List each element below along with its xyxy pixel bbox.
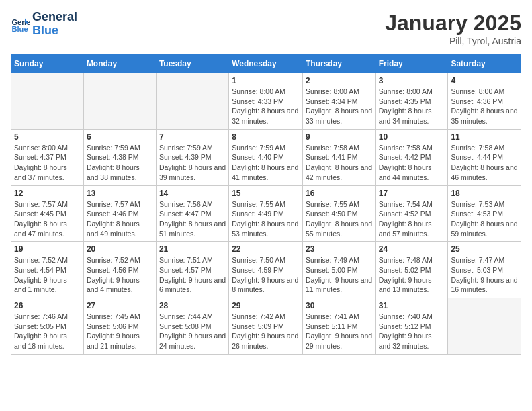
day-number: 16 [306, 189, 373, 198]
day-info: Sunrise: 7:48 AM Sunset: 5:02 PM Dayligh… [379, 255, 445, 295]
calendar-cell [448, 298, 521, 355]
calendar-cell: 11Sunrise: 7:58 AM Sunset: 4:44 PM Dayli… [448, 129, 521, 185]
page-header: General Blue GeneralBlue January 2025 Pi… [11, 11, 521, 46]
calendar-cell: 17Sunrise: 7:54 AM Sunset: 4:52 PM Dayli… [375, 185, 448, 242]
day-info: Sunrise: 7:59 AM Sunset: 4:40 PM Dayligh… [232, 143, 300, 183]
day-number: 15 [232, 189, 300, 198]
calendar-cell: 5Sunrise: 8:00 AM Sunset: 4:37 PM Daylig… [11, 129, 84, 185]
day-number: 14 [159, 189, 226, 198]
weekday-header-wednesday: Wednesday [229, 55, 303, 73]
day-info: Sunrise: 8:00 AM Sunset: 4:37 PM Dayligh… [14, 143, 81, 183]
calendar-body: 1Sunrise: 8:00 AM Sunset: 4:33 PM Daylig… [11, 73, 521, 355]
calendar-cell: 15Sunrise: 7:55 AM Sunset: 4:49 PM Dayli… [229, 185, 303, 242]
day-number: 11 [451, 132, 518, 142]
day-number: 2 [306, 76, 373, 85]
day-info: Sunrise: 7:59 AM Sunset: 4:38 PM Dayligh… [87, 143, 153, 183]
day-info: Sunrise: 7:42 AM Sunset: 5:09 PM Dayligh… [232, 312, 300, 351]
day-number: 5 [14, 132, 81, 142]
calendar-cell: 16Sunrise: 7:55 AM Sunset: 4:50 PM Dayli… [302, 185, 375, 242]
day-number: 7 [159, 132, 226, 142]
day-info: Sunrise: 8:00 AM Sunset: 4:35 PM Dayligh… [379, 87, 445, 126]
day-number: 25 [451, 244, 518, 254]
day-info: Sunrise: 7:56 AM Sunset: 4:47 PM Dayligh… [159, 199, 226, 239]
calendar-cell: 19Sunrise: 7:52 AM Sunset: 4:54 PM Dayli… [11, 242, 84, 298]
title-block: January 2025 Pill, Tyrol, Austria [385, 11, 521, 46]
day-info: Sunrise: 7:58 AM Sunset: 4:41 PM Dayligh… [306, 143, 373, 183]
calendar-table: SundayMondayTuesdayWednesdayThursdayFrid… [11, 54, 521, 355]
calendar-week-5: 26Sunrise: 7:46 AM Sunset: 5:05 PM Dayli… [11, 298, 521, 355]
day-info: Sunrise: 7:52 AM Sunset: 4:54 PM Dayligh… [14, 255, 81, 295]
day-info: Sunrise: 7:58 AM Sunset: 4:42 PM Dayligh… [379, 143, 445, 183]
logo: General Blue GeneralBlue [11, 11, 77, 38]
calendar-cell: 24Sunrise: 7:48 AM Sunset: 5:02 PM Dayli… [375, 242, 448, 298]
day-number: 3 [379, 76, 445, 85]
day-info: Sunrise: 8:00 AM Sunset: 4:33 PM Dayligh… [232, 87, 300, 126]
day-number: 12 [14, 189, 81, 198]
day-info: Sunrise: 7:57 AM Sunset: 4:46 PM Dayligh… [87, 199, 153, 239]
day-info: Sunrise: 7:55 AM Sunset: 4:49 PM Dayligh… [232, 199, 300, 239]
calendar-cell: 20Sunrise: 7:52 AM Sunset: 4:56 PM Dayli… [83, 242, 156, 298]
day-number: 13 [87, 189, 153, 198]
calendar-cell: 13Sunrise: 7:57 AM Sunset: 4:46 PM Dayli… [83, 185, 156, 242]
day-info: Sunrise: 7:44 AM Sunset: 5:08 PM Dayligh… [159, 312, 226, 351]
calendar-cell: 2Sunrise: 8:00 AM Sunset: 4:34 PM Daylig… [302, 73, 375, 130]
day-number: 1 [232, 76, 300, 85]
day-number: 26 [14, 301, 81, 310]
day-number: 21 [159, 244, 226, 254]
day-info: Sunrise: 7:45 AM Sunset: 5:06 PM Dayligh… [87, 312, 153, 351]
calendar-cell: 14Sunrise: 7:56 AM Sunset: 4:47 PM Dayli… [156, 185, 228, 242]
weekday-header-saturday: Saturday [448, 55, 521, 73]
calendar-cell: 6Sunrise: 7:59 AM Sunset: 4:38 PM Daylig… [83, 129, 156, 185]
day-number: 20 [87, 244, 153, 254]
weekday-header-tuesday: Tuesday [156, 55, 228, 73]
day-info: Sunrise: 7:40 AM Sunset: 5:12 PM Dayligh… [379, 312, 445, 351]
calendar-header-row: SundayMondayTuesdayWednesdayThursdayFrid… [11, 55, 521, 73]
weekday-header-sunday: Sunday [11, 55, 84, 73]
calendar-cell: 4Sunrise: 8:00 AM Sunset: 4:36 PM Daylig… [448, 73, 521, 130]
calendar-week-4: 19Sunrise: 7:52 AM Sunset: 4:54 PM Dayli… [11, 242, 521, 298]
day-number: 18 [451, 189, 518, 198]
svg-text:Blue: Blue [11, 25, 28, 33]
calendar-cell: 22Sunrise: 7:50 AM Sunset: 4:59 PM Dayli… [229, 242, 303, 298]
month-title: January 2025 [385, 11, 521, 36]
day-number: 9 [306, 132, 373, 142]
weekday-header-friday: Friday [375, 55, 448, 73]
calendar-week-3: 12Sunrise: 7:57 AM Sunset: 4:45 PM Dayli… [11, 185, 521, 242]
day-info: Sunrise: 7:51 AM Sunset: 4:57 PM Dayligh… [159, 255, 226, 295]
calendar-cell: 18Sunrise: 7:53 AM Sunset: 4:53 PM Dayli… [448, 185, 521, 242]
calendar-cell: 8Sunrise: 7:59 AM Sunset: 4:40 PM Daylig… [229, 129, 303, 185]
calendar-cell: 23Sunrise: 7:49 AM Sunset: 5:00 PM Dayli… [302, 242, 375, 298]
calendar-week-1: 1Sunrise: 8:00 AM Sunset: 4:33 PM Daylig… [11, 73, 521, 130]
day-number: 10 [379, 132, 445, 142]
day-info: Sunrise: 7:55 AM Sunset: 4:50 PM Dayligh… [306, 199, 373, 239]
day-number: 27 [87, 301, 153, 310]
calendar-cell [83, 73, 156, 130]
day-info: Sunrise: 7:54 AM Sunset: 4:52 PM Dayligh… [379, 199, 445, 239]
day-info: Sunrise: 7:53 AM Sunset: 4:53 PM Dayligh… [451, 199, 518, 239]
day-info: Sunrise: 8:00 AM Sunset: 4:36 PM Dayligh… [451, 87, 518, 126]
calendar-cell [156, 73, 228, 130]
calendar-cell: 12Sunrise: 7:57 AM Sunset: 4:45 PM Dayli… [11, 185, 84, 242]
day-info: Sunrise: 7:47 AM Sunset: 5:03 PM Dayligh… [451, 255, 518, 295]
day-number: 19 [14, 244, 81, 254]
calendar-cell: 1Sunrise: 8:00 AM Sunset: 4:33 PM Daylig… [229, 73, 303, 130]
day-number: 29 [232, 301, 300, 310]
location-subtitle: Pill, Tyrol, Austria [385, 36, 521, 46]
calendar-cell: 26Sunrise: 7:46 AM Sunset: 5:05 PM Dayli… [11, 298, 84, 355]
day-info: Sunrise: 8:00 AM Sunset: 4:34 PM Dayligh… [306, 87, 373, 126]
calendar-week-2: 5Sunrise: 8:00 AM Sunset: 4:37 PM Daylig… [11, 129, 521, 185]
calendar-cell: 9Sunrise: 7:58 AM Sunset: 4:41 PM Daylig… [302, 129, 375, 185]
calendar-cell: 21Sunrise: 7:51 AM Sunset: 4:57 PM Dayli… [156, 242, 228, 298]
day-info: Sunrise: 7:50 AM Sunset: 4:59 PM Dayligh… [232, 255, 300, 295]
calendar-cell: 29Sunrise: 7:42 AM Sunset: 5:09 PM Dayli… [229, 298, 303, 355]
weekday-header-thursday: Thursday [302, 55, 375, 73]
day-number: 22 [232, 244, 300, 254]
day-number: 23 [306, 244, 373, 254]
calendar-cell [11, 73, 84, 130]
calendar-cell: 31Sunrise: 7:40 AM Sunset: 5:12 PM Dayli… [375, 298, 448, 355]
calendar-cell: 30Sunrise: 7:41 AM Sunset: 5:11 PM Dayli… [302, 298, 375, 355]
calendar-cell: 10Sunrise: 7:58 AM Sunset: 4:42 PM Dayli… [375, 129, 448, 185]
weekday-header-monday: Monday [83, 55, 156, 73]
day-info: Sunrise: 7:52 AM Sunset: 4:56 PM Dayligh… [87, 255, 153, 295]
day-number: 6 [87, 132, 153, 142]
